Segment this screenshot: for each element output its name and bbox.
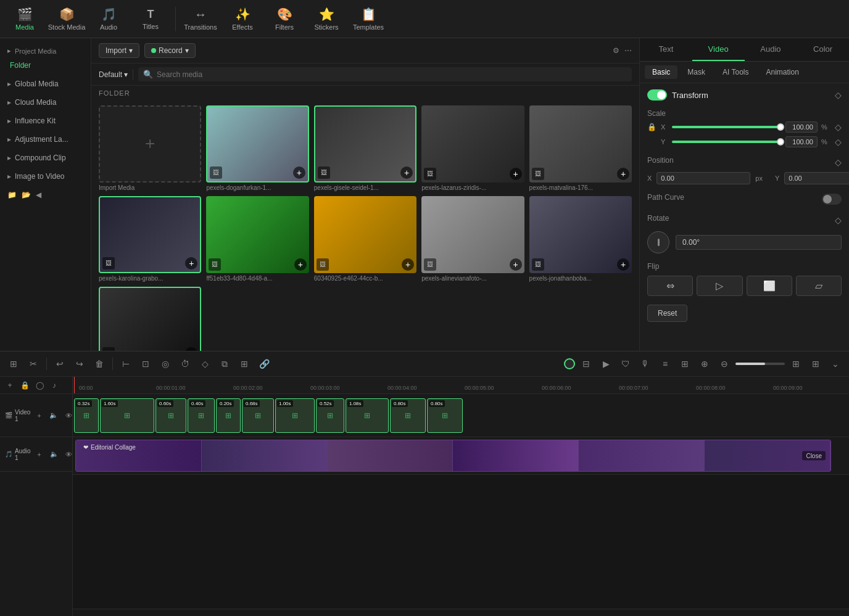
thumb-add-button[interactable]: + <box>510 168 522 180</box>
reset-button[interactable]: Reset <box>647 305 687 322</box>
timeline-more[interactable]: ⌄ <box>827 355 844 372</box>
timeline-mic[interactable]: 🎙 <box>637 355 654 372</box>
timeline-snap[interactable]: ⊟ <box>578 355 595 372</box>
thumb-add-button[interactable]: + <box>185 257 197 269</box>
track-lock-button[interactable]: 🔒 <box>19 379 31 392</box>
sidebar-influence-kit[interactable]: ▸ Influence Kit <box>0 112 91 130</box>
track-visible-button[interactable]: ◯ <box>33 379 46 392</box>
new-folder-icon[interactable]: 📁 <box>7 191 17 199</box>
video-clip[interactable]: 1.00s ⊞ <box>275 398 315 433</box>
tab-video[interactable]: Video <box>692 38 745 61</box>
editorial-collage-track[interactable]: ❤ Editorial Collage Close <box>75 440 831 472</box>
timeline-crop[interactable]: ⊡ <box>137 355 154 372</box>
flip-vertical-2-button[interactable]: ▱ <box>796 276 842 296</box>
tab-audio[interactable]: Audio <box>745 38 797 61</box>
record-button[interactable]: Record ▾ <box>144 43 196 58</box>
sub-tab-basic[interactable]: Basic <box>645 65 677 79</box>
toolbar-filters[interactable]: 🎨 Filters <box>265 2 304 36</box>
timeline-scrollbar[interactable] <box>73 609 849 616</box>
timeline-undo[interactable]: ↩ <box>51 355 68 372</box>
toolbar-transitions[interactable]: ↔ Transitions <box>181 2 220 36</box>
thumb-add-button[interactable]: + <box>185 347 197 351</box>
timeline-arrange[interactable]: ⧉ <box>216 355 233 372</box>
thumb-add-button[interactable]: + <box>400 166 413 179</box>
video-clip[interactable]: 0.60s ⊞ <box>155 398 186 433</box>
timeline-grid[interactable]: ⊞ <box>807 355 824 372</box>
flip-horizontal-button[interactable]: ⇔ <box>647 276 693 296</box>
scale-y-keyframe-icon[interactable]: ◇ <box>835 137 842 147</box>
toolbar-stickers[interactable]: ⭐ Stickers <box>307 2 346 36</box>
video-clip[interactable]: 0.40s ⊞ <box>188 398 215 433</box>
toolbar-effects[interactable]: ✨ Effects <box>223 2 262 36</box>
list-item[interactable]: 🖼 + pexels-doganfurkan-1... <box>206 105 309 191</box>
sidebar-global-media[interactable]: ▸ Global Media <box>0 75 91 93</box>
scale-x-keyframe-icon[interactable]: ◇ <box>835 122 842 132</box>
timeline-speed[interactable]: ⏱ <box>176 355 194 372</box>
list-item[interactable]: 🖼 + 60340925-e462-44cc-b... <box>314 196 416 282</box>
sub-tab-mask[interactable]: Mask <box>680 65 713 79</box>
timeline-motion[interactable]: ◇ <box>196 355 213 372</box>
path-curve-toggle[interactable] <box>822 194 842 205</box>
timeline-group[interactable]: ⊞ <box>236 355 253 372</box>
video-clip[interactable]: 0.32s ⊞ <box>74 398 99 433</box>
editorial-close-button[interactable]: Close <box>802 451 826 461</box>
search-input[interactable] <box>157 70 627 79</box>
scale-x-slider[interactable] <box>672 126 782 128</box>
list-item[interactable]: 🖼 + ff51eb33-4d80-4d48-a... <box>206 196 309 282</box>
video-clip[interactable]: 0.68s ⊞ <box>242 398 274 433</box>
sidebar-adjustment[interactable]: ▸ Adjustment La... <box>0 130 91 149</box>
toolbar-templates[interactable]: 📋 Templates <box>349 2 388 36</box>
timeline-link[interactable]: 🔗 <box>255 355 273 372</box>
video1-add-button[interactable]: + <box>33 409 45 422</box>
toolbar-audio[interactable]: 🎵 Audio <box>89 2 128 36</box>
toolbar-stock-media[interactable]: 📦 Stock Media <box>47 2 86 36</box>
add-folder-icon[interactable]: 📂 <box>22 191 31 199</box>
video-clip[interactable]: 0.80s ⊞ <box>390 398 426 433</box>
position-y-input[interactable] <box>784 172 849 184</box>
toolbar-media[interactable]: 🎬 Media <box>5 2 44 36</box>
timeline-audio-list[interactable]: ≡ <box>656 355 674 372</box>
position-keyframe-icon[interactable]: ◇ <box>835 157 842 167</box>
scale-y-slider[interactable] <box>672 141 782 143</box>
thumb-add-button[interactable]: + <box>510 258 522 271</box>
timeline-split[interactable]: ⊢ <box>117 355 135 372</box>
track-music-button[interactable]: ♪ <box>48 379 60 392</box>
tab-text[interactable]: Text <box>640 38 692 61</box>
timeline-zoom-in-btn[interactable]: ⊕ <box>696 355 713 372</box>
zoom-slider[interactable] <box>735 363 785 365</box>
timeline-select-tool[interactable]: ⊞ <box>5 355 22 372</box>
list-item[interactable]: 🖼 + pexels-alinevianafoto-... <box>421 196 524 282</box>
list-item[interactable]: 🖼 + pexels-matvalina-176... <box>529 105 632 191</box>
sub-tab-animation[interactable]: Animation <box>758 65 806 79</box>
view-selector[interactable]: Default ▾ <box>99 70 128 79</box>
thumb-add-button[interactable]: + <box>293 166 305 179</box>
video-clip[interactable]: 0.52s ⊞ <box>316 398 344 433</box>
rotate-value-input[interactable] <box>676 235 842 250</box>
tab-color[interactable]: Color <box>797 38 849 61</box>
video-clip[interactable]: 0.20s ⊞ <box>216 398 241 433</box>
timeline-capture[interactable]: ⊞ <box>676 355 694 372</box>
collapse-sidebar-icon[interactable]: ◀ <box>36 191 41 199</box>
scale-x-input[interactable] <box>785 121 818 133</box>
thumb-add-button[interactable]: + <box>402 258 414 271</box>
thumb-add-button[interactable]: + <box>617 258 629 271</box>
add-track-button[interactable]: + <box>4 379 16 392</box>
transform-toggle[interactable] <box>647 89 667 101</box>
video-clip[interactable]: 1.08s ⊞ <box>346 398 389 433</box>
import-button[interactable]: Import ▾ <box>99 43 139 58</box>
list-item[interactable]: 🖼 + pexels-jonathanboba... <box>529 196 632 282</box>
list-item[interactable]: 🖼 + pexels-lazarus-ziridis-... <box>421 105 524 191</box>
timeline-delete[interactable]: 🗑 <box>91 355 108 372</box>
sidebar-cloud-media[interactable]: ▸ Cloud Media <box>0 93 91 112</box>
thumb-add-button[interactable]: + <box>294 258 307 271</box>
sidebar-image-to-video[interactable]: ▸ Image to Video <box>0 167 91 186</box>
video-clip[interactable]: 0.80s ⊞ <box>427 398 463 433</box>
timeline-shield[interactable]: 🛡 <box>617 355 634 372</box>
video1-mute-button[interactable]: 🔈 <box>48 409 60 422</box>
list-item[interactable]: 🖼 + pexels-rachel-claire-5... <box>99 287 201 351</box>
filter-icon[interactable]: ⚙ <box>613 46 619 55</box>
timeline-zoom-fit[interactable]: ⊞ <box>787 355 805 372</box>
list-item[interactable]: 🖼 + pexels-gisele-seidel-1... <box>314 105 416 191</box>
flip-horizontal-2-button[interactable]: ▷ <box>697 276 742 296</box>
rotate-dial[interactable] <box>647 231 669 253</box>
